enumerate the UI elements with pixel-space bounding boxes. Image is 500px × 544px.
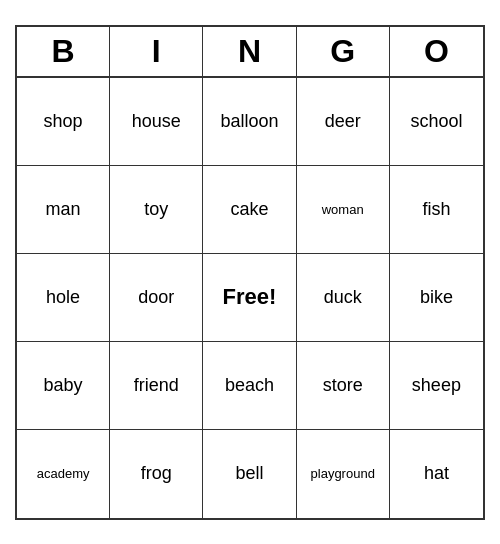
bingo-header: BINGO [17, 27, 483, 78]
bingo-cell: door [110, 254, 203, 342]
bingo-cell: bike [390, 254, 483, 342]
bingo-cell: toy [110, 166, 203, 254]
bingo-cell: school [390, 78, 483, 166]
bingo-cell: sheep [390, 342, 483, 430]
bingo-cell: academy [17, 430, 110, 518]
bingo-card: BINGO shophouseballoondeerschoolmantoyca… [15, 25, 485, 520]
bingo-cell: house [110, 78, 203, 166]
bingo-cell: fish [390, 166, 483, 254]
bingo-cell: store [297, 342, 390, 430]
bingo-cell: man [17, 166, 110, 254]
bingo-cell: bell [203, 430, 296, 518]
header-letter: I [110, 27, 203, 76]
bingo-cell: playground [297, 430, 390, 518]
bingo-cell: deer [297, 78, 390, 166]
bingo-cell: duck [297, 254, 390, 342]
bingo-cell: beach [203, 342, 296, 430]
bingo-cell: baby [17, 342, 110, 430]
bingo-cell: frog [110, 430, 203, 518]
bingo-cell: woman [297, 166, 390, 254]
bingo-cell: hole [17, 254, 110, 342]
header-letter: G [297, 27, 390, 76]
bingo-cell: shop [17, 78, 110, 166]
header-letter: O [390, 27, 483, 76]
bingo-cell: Free! [203, 254, 296, 342]
bingo-cell: cake [203, 166, 296, 254]
header-letter: N [203, 27, 296, 76]
header-letter: B [17, 27, 110, 76]
bingo-grid: shophouseballoondeerschoolmantoycakewoma… [17, 78, 483, 518]
bingo-cell: hat [390, 430, 483, 518]
bingo-cell: friend [110, 342, 203, 430]
bingo-cell: balloon [203, 78, 296, 166]
